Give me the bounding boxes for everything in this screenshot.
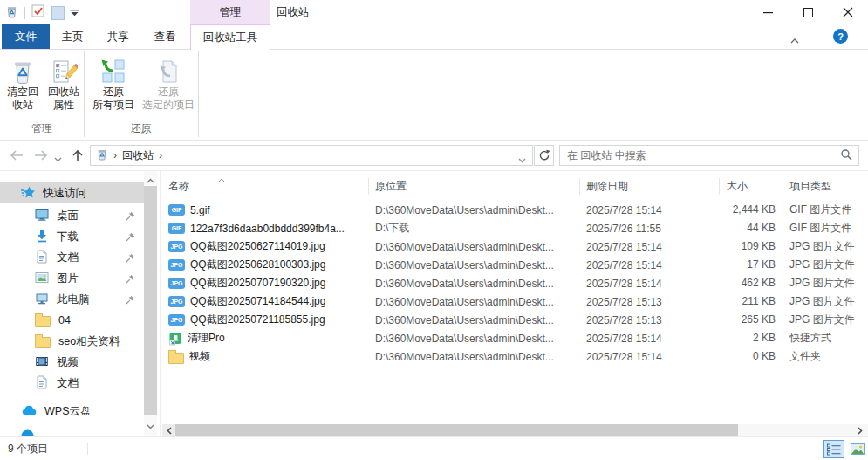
sidebar-item-videos[interactable]: 视频 [0, 352, 144, 373]
minimize-button[interactable] [748, 0, 788, 24]
column-header-date-deleted[interactable]: 删除日期 [580, 171, 720, 201]
file-date-deleted: 2025/7/28 15:14 [580, 204, 720, 216]
desktop-icon [35, 208, 49, 224]
table-row[interactable]: JPGQQ截图20250628100303.jpg D:\360MoveData… [162, 256, 868, 274]
sidebar-item-wps-cloud[interactable]: WPS云盘 [0, 401, 144, 422]
scroll-left-icon[interactable] [162, 424, 175, 436]
table-row[interactable]: JPGQQ截图20250707190320.jpg D:\360MoveData… [162, 274, 868, 292]
file-name: QQ截图20250627114019.jpg [190, 239, 325, 254]
horizontal-scrollbar[interactable] [162, 424, 868, 436]
restore-selected-items-button[interactable]: 还原 选定的项目 [140, 52, 197, 127]
recycle-bin-properties-button[interactable]: 回收站 属性 [44, 52, 84, 127]
videos-icon [35, 354, 49, 371]
file-original-location: D:\下载 [369, 221, 580, 236]
explorer-window: 管理 回收站 文件 主页 共享 查看 回收站工具 ? 清空回 收站 回收站 属性 [0, 0, 868, 460]
tab-home[interactable]: 主页 [50, 24, 95, 49]
quick-access-toolbar [5, 4, 85, 21]
details-view-button[interactable] [823, 440, 844, 458]
column-header-item-type[interactable]: 项目类型 [783, 171, 864, 201]
sidebar-item-label: 04 [58, 314, 71, 326]
sidebar-item-documents-2[interactable]: 文档 [0, 373, 144, 394]
table-row[interactable]: GIF5.gif D:\360MoveData\Users\admin\Desk… [162, 201, 868, 219]
column-header-name[interactable]: 名称 [162, 171, 369, 201]
pin-icon [126, 211, 135, 223]
sidebar-item-partial[interactable] [0, 427, 144, 436]
file-original-location: D:\360MoveData\Users\admin\Deskt... [369, 259, 580, 271]
refresh-button[interactable] [534, 145, 554, 166]
file-original-location: D:\360MoveData\Users\admin\Deskt... [369, 296, 580, 308]
file-name: 122a7f3d6daab0dbddd399fb4a... [190, 223, 345, 235]
sidebar-item-label: 视频 [57, 355, 79, 370]
maximize-button[interactable] [788, 0, 828, 24]
pin-icon [126, 232, 135, 244]
sidebar-item-quick-access[interactable]: 快速访问 [0, 182, 144, 203]
table-row[interactable]: 视频 D:\360MoveData\Users\admin\Deskt... 2… [162, 347, 868, 366]
sidebar-item-documents[interactable]: 文档 [0, 247, 144, 268]
table-row[interactable]: JPGQQ截图20250627114019.jpg D:\360MoveData… [162, 237, 868, 256]
address-bar-row: › 回收站 › [0, 141, 868, 171]
navigation-pane: 快速访问 桌面 下载 文档 图片 此电脑 04 [0, 171, 144, 436]
tab-share[interactable]: 共享 [95, 24, 140, 49]
pin-icon [126, 274, 135, 286]
ribbon: 清空回 收站 回收站 属性 还原 所有项目 还原 选定的项目 管理 还原 [0, 50, 868, 141]
file-name: 清理Pro [188, 331, 225, 346]
tab-view[interactable]: 查看 [140, 24, 189, 49]
column-header-size[interactable]: 大小 [720, 171, 783, 201]
search-input[interactable] [560, 149, 840, 161]
tab-recycle-bin-tools[interactable]: 回收站工具 [190, 24, 270, 50]
recycle-bin-icon[interactable] [5, 5, 18, 21]
table-row[interactable]: JPGQQ截图20250714184544.jpg D:\360MoveData… [162, 292, 868, 311]
scrollbar-thumb[interactable] [175, 424, 738, 436]
restore-all-items-button[interactable]: 还原 所有项目 [87, 52, 140, 127]
forward-icon[interactable] [33, 149, 49, 164]
table-row[interactable]: GIF122a7f3d6daab0dbddd399fb4a... D:\下载 2… [162, 219, 868, 237]
column-header-original-location[interactable]: 原位置 [369, 171, 580, 201]
file-type: JPG 图片文件 [783, 276, 864, 291]
collapse-ribbon-icon[interactable] [790, 34, 799, 46]
file-size: 17 KB [720, 256, 783, 274]
sidebar-item-desktop[interactable]: 桌面 [0, 205, 144, 226]
table-row[interactable]: JPGQQ截图20250721185855.jpg D:\360MoveData… [162, 311, 868, 329]
address-dropdown-chevron-icon[interactable] [518, 154, 526, 166]
sidebar-item-seo[interactable]: seo相关资料 [0, 331, 144, 352]
checkmark-icon[interactable] [31, 4, 45, 21]
file-name: QQ截图20250721185855.jpg [190, 312, 325, 327]
scrollbar-thumb[interactable] [144, 186, 157, 415]
file-date-deleted: 2025/7/28 15:14 [580, 241, 720, 253]
document-icon [35, 375, 49, 392]
sidebar-item-label: 文档 [57, 251, 79, 265]
tab-file[interactable]: 文件 [2, 24, 50, 49]
thumbnail-view-button[interactable] [846, 440, 868, 458]
status-divider [87, 443, 88, 455]
window-title: 回收站 [277, 0, 310, 24]
back-icon[interactable] [9, 149, 24, 164]
scroll-up-icon[interactable] [147, 174, 154, 186]
sidebar-item-pictures[interactable]: 图片 [0, 268, 144, 289]
sidebar-item-this-pc[interactable]: 此电脑 [0, 289, 144, 310]
empty-recycle-bin-button[interactable]: 清空回 收站 [2, 52, 44, 127]
cloud-icon [21, 429, 34, 436]
close-button[interactable] [828, 0, 868, 24]
help-button[interactable]: ? [833, 29, 848, 44]
table-row[interactable]: 清理Pro D:\360MoveData\Users\admin\Deskt..… [162, 329, 868, 347]
sidebar-item-04[interactable]: 04 [0, 310, 144, 331]
scroll-down-icon[interactable] [147, 420, 154, 432]
new-folder-icon[interactable] [51, 6, 65, 20]
sidebar-item-downloads[interactable]: 下载 [0, 226, 144, 247]
customize-toolbar-dropdown-icon[interactable] [71, 7, 79, 19]
breadcrumb[interactable]: 回收站 [122, 148, 154, 163]
address-box[interactable]: › 回收站 › [90, 145, 533, 166]
ribbon-group-divider [198, 51, 199, 137]
recent-locations-chevron-icon[interactable] [54, 153, 62, 165]
file-name: 视频 [189, 349, 210, 364]
search-icon[interactable] [840, 148, 852, 163]
item-count: 9 个项目 [8, 437, 48, 460]
scroll-right-icon[interactable] [854, 424, 866, 436]
document-icon [35, 250, 49, 266]
sidebar-scrollbar[interactable] [144, 171, 157, 436]
folder-icon [35, 316, 51, 327]
file-list: 名称 原位置 删除日期 大小 项目类型 GIF5.gif D:\360MoveD… [162, 171, 868, 424]
up-icon[interactable] [72, 148, 84, 165]
toolbar-separator [24, 7, 25, 19]
file-type: JPG 图片文件 [783, 239, 864, 254]
